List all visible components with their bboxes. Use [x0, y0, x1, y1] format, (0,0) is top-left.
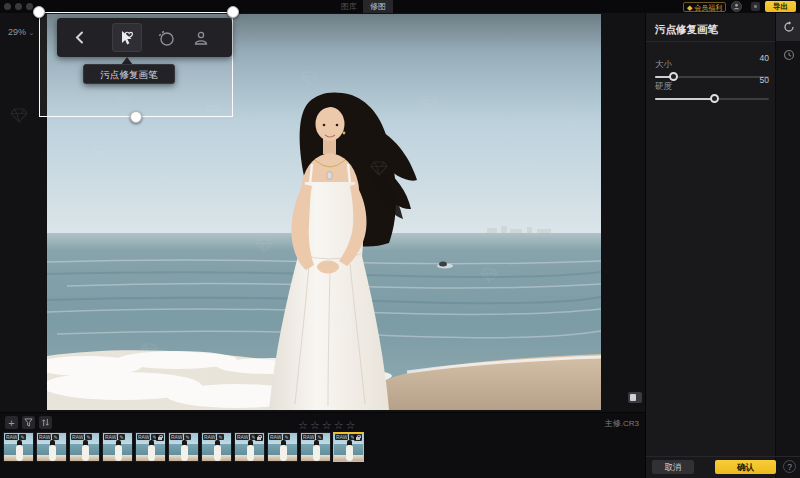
- star-icon[interactable]: ☆: [310, 419, 320, 431]
- restore-tool-toggle[interactable]: [776, 13, 800, 41]
- help-button[interactable]: ?: [783, 460, 796, 473]
- slider-value: 50: [760, 75, 769, 85]
- tab-gallery[interactable]: 图库: [336, 0, 362, 13]
- watermark-gem-icon: [10, 108, 28, 123]
- star-icon[interactable]: ☆: [346, 419, 356, 431]
- raw-badge: RAW: [71, 434, 84, 440]
- member-benefits-badge[interactable]: ◆ 会员福利: [683, 2, 726, 12]
- pencil-edit-icon: ✎: [184, 434, 190, 440]
- window-minimize-button[interactable]: [15, 3, 22, 10]
- raw-badge: RAW: [5, 434, 18, 440]
- thumb-figure-dress: [214, 445, 221, 461]
- thumb-badges: RAW ✎: [335, 434, 356, 440]
- panel-icon-strip: [775, 13, 800, 478]
- slider-label: 硬度: [655, 81, 672, 91]
- thumb-figure-dress: [82, 445, 89, 461]
- zoom-level-control[interactable]: 29% ⌄: [8, 27, 34, 37]
- window-zoom-button[interactable]: [26, 3, 33, 10]
- thumb-figure-dress: [115, 445, 122, 461]
- raw-badge: RAW: [302, 434, 315, 440]
- thumb-figure-dress: [148, 445, 155, 461]
- thumbnail[interactable]: RAW ✎: [3, 432, 34, 462]
- thumbnail[interactable]: RAW ✎: [234, 432, 265, 462]
- filmstrip: + ☆☆☆☆☆ 主修.CR3 RAW ✎ RAW ✎: [0, 412, 645, 478]
- divider: [646, 456, 800, 457]
- pencil-edit-icon: ✎: [283, 434, 289, 440]
- add-photo-button[interactable]: +: [5, 416, 18, 429]
- thumb-figure-dress: [181, 445, 188, 461]
- filter-button[interactable]: [22, 416, 35, 429]
- healing-brush-cursor-icon: [118, 29, 136, 47]
- thumbnail[interactable]: RAW ✎: [135, 432, 166, 462]
- raw-badge: RAW: [137, 434, 150, 440]
- history-button[interactable]: [776, 41, 800, 69]
- star-icon[interactable]: ☆: [334, 419, 344, 431]
- person-icon: [733, 3, 740, 10]
- compare-before-after-button[interactable]: [628, 392, 642, 403]
- thumb-badges: RAW ✎: [71, 434, 92, 440]
- active-filename: 主修.CR3: [605, 418, 639, 429]
- sort-button[interactable]: [39, 416, 52, 429]
- thumb-badges: RAW ✎: [203, 434, 224, 440]
- thumb-badges: RAW ✎: [269, 434, 290, 440]
- star-icon[interactable]: ☆: [322, 419, 332, 431]
- tool-tooltip: 污点修复画笔: [83, 64, 175, 84]
- thumbnail[interactable]: RAW ✎: [102, 432, 133, 462]
- thumb-badges: RAW ✎: [302, 434, 323, 440]
- window-close-button[interactable]: [4, 3, 11, 10]
- spot-healing-brush-tool[interactable]: [112, 23, 142, 52]
- thumb-figure-dress: [313, 445, 320, 461]
- right-panel: 污点修复画笔 大小 40 硬度 50: [645, 13, 800, 478]
- confirm-button[interactable]: 确认: [715, 460, 776, 474]
- portrait-person-icon: [193, 30, 209, 46]
- thumbnail[interactable]: RAW ✎: [201, 432, 232, 462]
- thumb-figure-dress: [16, 445, 23, 461]
- thumbnail[interactable]: RAW ✎: [69, 432, 100, 462]
- thumbnail[interactable]: RAW ✎: [300, 432, 331, 462]
- raw-badge: RAW: [335, 434, 348, 440]
- divider: [646, 41, 776, 42]
- user-avatar[interactable]: [731, 1, 742, 12]
- export-button[interactable]: 导出: [765, 1, 796, 12]
- thumb-badges: RAW ✎: [38, 434, 59, 440]
- clock-icon: [783, 49, 795, 61]
- lock-icon: [354, 434, 362, 441]
- refresh-icon: [783, 21, 795, 33]
- selection-handle-top-right[interactable]: [227, 6, 239, 18]
- back-button[interactable]: [64, 23, 94, 52]
- portrait-tool[interactable]: [186, 23, 216, 52]
- star-rating[interactable]: ☆☆☆☆☆: [298, 415, 357, 433]
- slider-handle[interactable]: [710, 94, 719, 103]
- chevron-left-icon: [75, 31, 84, 44]
- settings-mini-icon[interactable]: [751, 2, 760, 11]
- thumbnail[interactable]: RAW ✎: [36, 432, 67, 462]
- app-window: 29% ⌄ 图库 修图 ◆ 会员福利 导出: [0, 0, 800, 478]
- selection-handle-bottom-center[interactable]: [130, 111, 142, 123]
- pencil-edit-icon: ✎: [85, 434, 91, 440]
- selection-handle-top-left[interactable]: [33, 6, 45, 18]
- thumb-badges: RAW ✎: [104, 434, 125, 440]
- raw-badge: RAW: [38, 434, 51, 440]
- thumb-figure-dress: [280, 445, 287, 461]
- thumb-figure-dress: [247, 445, 254, 461]
- raw-badge: RAW: [269, 434, 282, 440]
- slider-track[interactable]: [655, 98, 769, 100]
- raw-badge: RAW: [104, 434, 117, 440]
- dodge-burn-tool[interactable]: [151, 23, 181, 52]
- dodge-circle-icon: [157, 29, 175, 47]
- star-icon[interactable]: ☆: [298, 419, 308, 431]
- raw-badge: RAW: [170, 434, 183, 440]
- pencil-edit-icon: ✎: [217, 434, 223, 440]
- pencil-edit-icon: ✎: [52, 434, 58, 440]
- panel-title: 污点修复画笔: [655, 23, 718, 37]
- thumbnail[interactable]: RAW ✎: [267, 432, 298, 462]
- hardness-slider[interactable]: 硬度 50: [655, 75, 769, 100]
- lock-icon: [156, 434, 164, 441]
- thumbnail[interactable]: RAW ✎: [168, 432, 199, 462]
- raw-badge: RAW: [203, 434, 216, 440]
- cancel-button[interactable]: 取消: [652, 460, 694, 474]
- lock-icon: [255, 434, 263, 441]
- thumbnail-strip: RAW ✎ RAW ✎ RAW ✎ RAW ✎: [0, 432, 645, 468]
- tab-edit[interactable]: 修图: [363, 0, 393, 13]
- thumbnail[interactable]: RAW ✎: [333, 432, 364, 462]
